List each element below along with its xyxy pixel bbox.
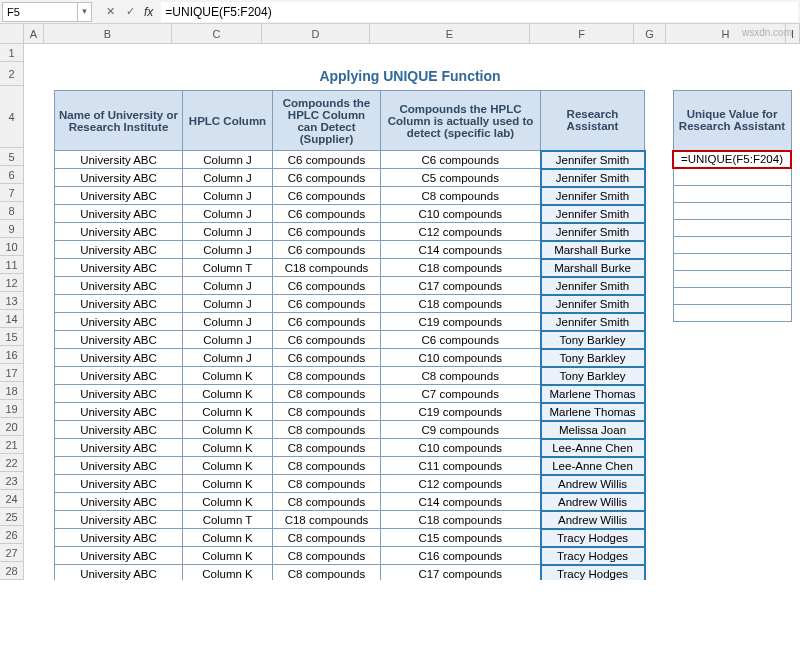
cell[interactable]: C9 compounds	[381, 421, 541, 439]
cell[interactable]: C6 compounds	[273, 151, 381, 169]
cell[interactable]: Andrew Willis	[541, 493, 645, 511]
row-header[interactable]: 12	[0, 274, 24, 292]
cell[interactable]: C6 compounds	[273, 295, 381, 313]
cell[interactable]: Column K	[183, 421, 273, 439]
cell[interactable]: C6 compounds	[273, 223, 381, 241]
cell[interactable]: Jennifer Smith	[541, 223, 645, 241]
row-header[interactable]: 11	[0, 256, 24, 274]
cell[interactable]: University ABC	[55, 421, 183, 439]
cell[interactable]	[673, 253, 791, 270]
cell[interactable]: C12 compounds	[381, 475, 541, 493]
cell[interactable]: University ABC	[55, 493, 183, 511]
cell[interactable]: University ABC	[55, 403, 183, 421]
cell[interactable]: Marshall Burke	[541, 259, 645, 277]
cell[interactable]: University ABC	[55, 457, 183, 475]
row-header[interactable]: 17	[0, 364, 24, 382]
column-header[interactable]: C	[172, 24, 262, 44]
cell[interactable]: Column J	[183, 313, 273, 331]
name-box-dropdown[interactable]: ▼	[78, 2, 92, 22]
cell[interactable]: Andrew Willis	[541, 475, 645, 493]
cell[interactable]: Marlene Thomas	[541, 403, 645, 421]
cell[interactable]: University ABC	[55, 511, 183, 529]
cell[interactable]: Andrew Willis	[541, 511, 645, 529]
cell[interactable]	[673, 270, 791, 287]
cell[interactable]: C11 compounds	[381, 457, 541, 475]
cell[interactable]: Tony Barkley	[541, 349, 645, 367]
cell[interactable]: Column J	[183, 295, 273, 313]
cell[interactable]: Tony Barkley	[541, 331, 645, 349]
cell[interactable]	[673, 304, 791, 321]
row-header[interactable]: 18	[0, 382, 24, 400]
cell[interactable]	[673, 185, 791, 202]
row-header[interactable]: 28	[0, 562, 24, 580]
cell[interactable]: Column K	[183, 529, 273, 547]
cell[interactable]	[673, 168, 791, 186]
cell[interactable]: C8 compounds	[273, 403, 381, 421]
row-header[interactable]: 24	[0, 490, 24, 508]
row-header[interactable]: 22	[0, 454, 24, 472]
cell[interactable]: C6 compounds	[381, 331, 541, 349]
cell[interactable]: C8 compounds	[381, 367, 541, 385]
cell[interactable]: C6 compounds	[273, 241, 381, 259]
cell[interactable]: C18 compounds	[273, 511, 381, 529]
name-box[interactable]: F5	[2, 2, 78, 22]
cell[interactable]: University ABC	[55, 277, 183, 295]
cell[interactable]: C6 compounds	[273, 187, 381, 205]
cell[interactable]	[673, 236, 791, 253]
cell[interactable]: C10 compounds	[381, 439, 541, 457]
cell[interactable]: C8 compounds	[273, 457, 381, 475]
cell[interactable]: Column J	[183, 187, 273, 205]
cell[interactable]: Tony Barkley	[541, 367, 645, 385]
cell[interactable]: C14 compounds	[381, 241, 541, 259]
cell[interactable]: C12 compounds	[381, 223, 541, 241]
cell[interactable]: University ABC	[55, 349, 183, 367]
cell[interactable]: C17 compounds	[381, 277, 541, 295]
cell[interactable]: Tracy Hodges	[541, 547, 645, 565]
cell[interactable]: Jennifer Smith	[541, 313, 645, 331]
row-header[interactable]: 1	[0, 44, 24, 62]
row-header[interactable]: 2	[0, 62, 24, 86]
cell[interactable]: University ABC	[55, 529, 183, 547]
cell[interactable]: Column J	[183, 277, 273, 295]
row-header[interactable]: 13	[0, 292, 24, 310]
cell[interactable]: C18 compounds	[273, 259, 381, 277]
cell[interactable]: C14 compounds	[381, 493, 541, 511]
row-header[interactable]: 8	[0, 202, 24, 220]
cell[interactable]: University ABC	[55, 475, 183, 493]
cell[interactable]: C6 compounds	[273, 331, 381, 349]
cell[interactable]: Column T	[183, 259, 273, 277]
cell[interactable]	[673, 287, 791, 304]
cell[interactable]: University ABC	[55, 151, 183, 169]
accept-formula-icon[interactable]: ✓	[120, 2, 140, 22]
cell[interactable]: C8 compounds	[273, 367, 381, 385]
cell[interactable]: Column K	[183, 367, 273, 385]
cell[interactable]: Melissa Joan	[541, 421, 645, 439]
cell[interactable]: C8 compounds	[273, 547, 381, 565]
cell[interactable]: University ABC	[55, 439, 183, 457]
cell[interactable]: Column J	[183, 241, 273, 259]
row-header[interactable]: 25	[0, 508, 24, 526]
column-header[interactable]: F	[530, 24, 634, 44]
cell[interactable]: Lee-Anne Chen	[541, 457, 645, 475]
cell[interactable]: Lee-Anne Chen	[541, 439, 645, 457]
row-header[interactable]: 16	[0, 346, 24, 364]
cell[interactable]: C17 compounds	[381, 565, 541, 581]
cell[interactable]: C19 compounds	[381, 313, 541, 331]
row-header[interactable]: 27	[0, 544, 24, 562]
cell[interactable]: University ABC	[55, 385, 183, 403]
cell[interactable]: C10 compounds	[381, 205, 541, 223]
row-header[interactable]: 10	[0, 238, 24, 256]
cell[interactable]	[673, 219, 791, 236]
cancel-formula-icon[interactable]: ✕	[100, 2, 120, 22]
cell[interactable]: Column J	[183, 169, 273, 187]
select-all-corner[interactable]	[0, 24, 24, 44]
cell[interactable]: Column J	[183, 331, 273, 349]
row-header[interactable]: 21	[0, 436, 24, 454]
fx-icon[interactable]: fx	[144, 5, 153, 19]
cell[interactable]: University ABC	[55, 259, 183, 277]
cell[interactable]: Column K	[183, 547, 273, 565]
cell[interactable]: University ABC	[55, 367, 183, 385]
cell[interactable]: Column J	[183, 205, 273, 223]
cell[interactable]: University ABC	[55, 223, 183, 241]
cell[interactable]: C8 compounds	[273, 385, 381, 403]
